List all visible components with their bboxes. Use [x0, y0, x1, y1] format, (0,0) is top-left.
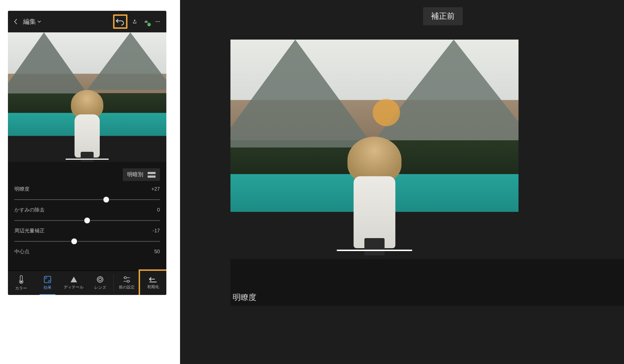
slider-value: +27 — [151, 186, 160, 192]
slider-midpoint: 中心点 50 — [14, 249, 160, 255]
bottom-nav: カラー 効果 ディテール レンズ 前の設定 初期化 — [8, 270, 166, 295]
chevron-down-icon — [37, 21, 41, 23]
filmstrip-indicator — [337, 250, 412, 251]
svg-point-1 — [157, 21, 158, 22]
slider-label: かすみの除去 — [14, 207, 45, 213]
slider-dehaze: かすみの除去 0 — [14, 207, 160, 225]
slider-vignette-track[interactable] — [14, 237, 160, 246]
triangle-icon — [70, 276, 78, 283]
touch-point-marker-icon — [373, 99, 400, 126]
editor-header: 編集 — [8, 11, 166, 32]
svg-point-0 — [156, 21, 156, 22]
svg-point-9 — [127, 280, 129, 282]
cloud-sync-button[interactable] — [142, 17, 151, 26]
nav-label: 前の設定 — [119, 285, 135, 290]
before-preview-panel: 補正前 明暗別 明瞭度 +27 — [180, 0, 624, 364]
before-controls: 明暗別 明瞭度 +27 — [230, 259, 624, 306]
svg-point-6 — [97, 277, 103, 282]
svg-point-7 — [99, 278, 102, 281]
slider-clarity-track[interactable] — [14, 195, 160, 204]
nav-effects[interactable]: 効果 — [34, 271, 60, 295]
slider-vignette: 周辺光量補正 -17 — [14, 228, 160, 246]
svg-point-3 — [20, 281, 22, 283]
header-title: 編集 — [23, 17, 36, 26]
right-slider-clarity: 明瞭度 +27 — [230, 292, 624, 303]
nav-label: 初期化 — [147, 284, 159, 290]
nav-label: レンズ — [94, 285, 106, 290]
slider-value: 0 — [157, 207, 160, 213]
expand-icon — [44, 276, 51, 283]
lens-icon — [96, 276, 104, 283]
nav-color[interactable]: カラー — [8, 271, 34, 295]
svg-rect-4 — [44, 276, 51, 283]
nav-lens[interactable]: レンズ — [87, 271, 113, 295]
preview-image[interactable] — [8, 32, 166, 162]
nav-label: ディテール — [64, 285, 84, 290]
ellipsis-icon — [156, 21, 160, 23]
slider-value: -17 — [153, 228, 160, 234]
sliders-icon — [122, 276, 131, 283]
more-button[interactable] — [153, 17, 162, 26]
nav-detail[interactable]: ディテール — [60, 271, 87, 295]
back-button[interactable] — [12, 17, 20, 26]
nav-label: 効果 — [44, 285, 51, 290]
slider-label: 中心点 — [14, 249, 30, 255]
slider-dehaze-track[interactable] — [14, 216, 160, 225]
slider-label: 明瞭度 — [233, 292, 256, 303]
slider-label: 周辺光量補正 — [14, 228, 45, 234]
undo-button[interactable] — [116, 17, 125, 26]
nav-label: カラー — [15, 286, 27, 291]
share-button[interactable] — [130, 17, 139, 26]
split-tone-label: 明暗別 — [127, 171, 143, 178]
split-tone-icon — [148, 172, 156, 178]
nav-previous-settings[interactable]: 前の設定 — [114, 271, 140, 295]
slider-value: 50 — [154, 249, 160, 255]
undo-highlighted — [113, 14, 127, 29]
filmstrip-indicator — [66, 159, 109, 160]
reset-icon — [148, 276, 158, 283]
thermometer-icon — [18, 275, 24, 284]
slider-label: 明瞭度 — [14, 186, 30, 192]
svg-point-8 — [124, 277, 126, 279]
nav-reset-highlighted[interactable]: 初期化 — [139, 269, 166, 295]
split-tone-button[interactable]: 明暗別 — [123, 168, 160, 181]
svg-marker-5 — [71, 277, 77, 282]
header-title-dropdown[interactable]: 編集 — [23, 17, 41, 26]
before-image[interactable] — [230, 40, 518, 255]
before-badge: 補正前 — [423, 7, 463, 25]
mobile-editor-panel: 編集 明暗別 — [8, 11, 166, 295]
slider-clarity: 明瞭度 +27 — [14, 186, 160, 204]
svg-point-2 — [159, 21, 160, 22]
sync-ok-badge-icon — [147, 22, 151, 27]
effects-controls: 明暗別 明瞭度 +27 かすみの除去 0 周辺光量補正 — [8, 162, 166, 270]
